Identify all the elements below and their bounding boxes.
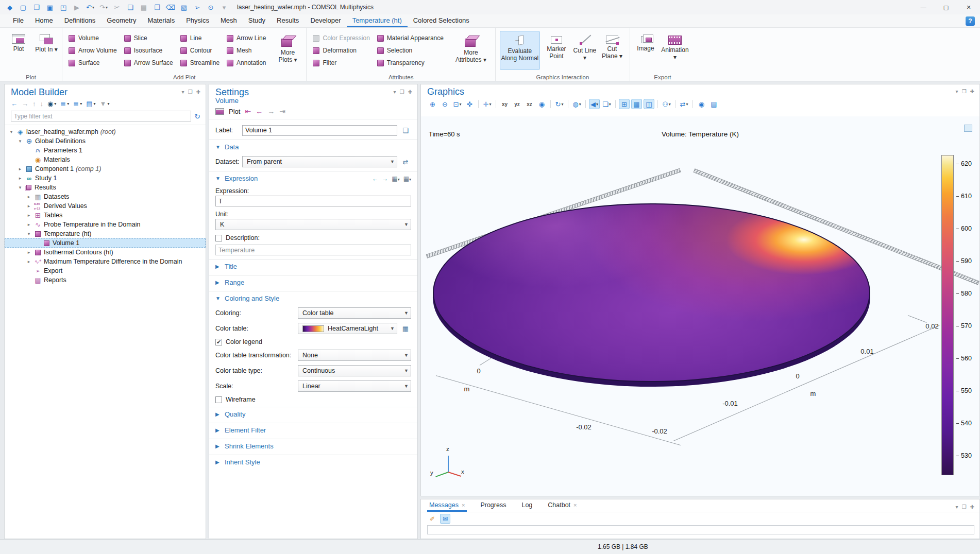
select-box-icon[interactable]: ▧ [178, 2, 190, 13]
zoom-in-icon[interactable]: ⊕ [427, 99, 438, 109]
attribute-item[interactable]: Filter [311, 57, 375, 69]
graphics-toolbar-icon[interactable] [585, 100, 586, 108]
rotate-icon[interactable]: ↻▾ [554, 99, 565, 109]
nav-back-icon[interactable]: ← [11, 100, 18, 108]
label-input[interactable] [242, 125, 397, 136]
duplicate-icon[interactable]: ❐ [151, 2, 163, 13]
add-plot-item[interactable]: Arrow Surface [122, 57, 178, 69]
expander-icon[interactable]: ▸ [17, 176, 23, 181]
cut-plane-button[interactable]: Cut Plane ▾ [599, 31, 626, 70]
view-xy-icon[interactable]: xy [499, 99, 510, 109]
expr-next-icon[interactable]: → [382, 175, 388, 182]
refresh-icon[interactable]: ↻ [194, 112, 200, 120]
find-icon[interactable]: ⊙ [205, 2, 216, 13]
snapshot-icon[interactable]: ◉ [696, 99, 707, 109]
panel-menu-icon[interactable]: ▾ [182, 89, 184, 95]
show-table-icon[interactable]: ◫ [644, 99, 654, 109]
expander-icon[interactable]: ▾ [8, 129, 14, 134]
show-icon[interactable]: ◉▾ [47, 100, 56, 108]
filter-icon[interactable]: ▼▾ [100, 100, 110, 108]
ribbon-tab[interactable]: Home [29, 14, 59, 27]
graphics-toolbar-icon[interactable] [692, 100, 693, 108]
tree-item[interactable]: Parameters 1 [5, 146, 206, 155]
evaluate-along-normal-button[interactable]: Evaluate Along Normal [500, 31, 540, 70]
graphics-toolbar-icon[interactable] [675, 100, 675, 108]
ribbon-tab[interactable]: Results [271, 14, 305, 27]
zoom-box-icon[interactable]: ⊡▾ [452, 99, 463, 109]
collapsed-section-header[interactable]: ▶ Range [209, 275, 417, 289]
panel-menu-icon[interactable]: ▾ [956, 89, 958, 94]
color-table-type-combo[interactable]: Continuous ▼ [298, 365, 411, 376]
panel-pin-icon[interactable]: ✚ [408, 89, 412, 95]
insert-expression-icon[interactable]: ▦▾ [403, 175, 411, 182]
minimize-icon[interactable]: — [912, 0, 935, 14]
ribbon-tab[interactable]: Temperature (ht) [347, 14, 408, 27]
auto-update-icon[interactable]: ⇄▾ [679, 99, 689, 109]
move-down-icon[interactable]: ↓ [40, 100, 44, 108]
add-plot-item[interactable]: Slice [122, 32, 178, 44]
collapsed-section-header[interactable]: ▶ Shrink Elements [209, 439, 417, 453]
transformation-combo[interactable]: None ▼ [298, 350, 411, 361]
ribbon-tab[interactable]: Mesh [215, 14, 243, 27]
marker-point-button[interactable]: Marker Point [542, 31, 571, 70]
panel-float-icon[interactable]: ❐ [962, 89, 967, 94]
plot-context-icon[interactable] [964, 125, 972, 132]
panel-float-icon[interactable]: ❐ [400, 89, 404, 95]
go-to-source-icon[interactable]: ⇄ [400, 156, 411, 167]
add-plot-item[interactable]: Mesh [225, 44, 271, 57]
save-icon[interactable]: ▣ [44, 2, 56, 13]
plot-next-icon[interactable]: → [267, 107, 275, 115]
ribbon-tab[interactable]: Geometry [101, 14, 142, 27]
add-plot-item[interactable]: Isosurface [122, 44, 178, 57]
graphics-toolbar-icon[interactable] [496, 100, 496, 108]
close-icon[interactable]: × [573, 502, 577, 508]
add-plot-item[interactable]: Annotation [225, 57, 271, 69]
rename-icon[interactable]: ❏ [400, 125, 411, 136]
expander-icon[interactable]: ▸ [26, 194, 32, 199]
coloring-section-header[interactable]: ▼ Coloring and Style [209, 291, 417, 305]
expander-icon[interactable]: ▸ [26, 203, 32, 209]
run-icon[interactable]: ▶ [71, 2, 82, 13]
arrow-select-icon[interactable]: ➢ [192, 2, 203, 13]
graphics-toolbar-icon[interactable] [615, 100, 616, 108]
add-plot-item[interactable]: Surface [66, 57, 122, 69]
close-icon[interactable]: × [462, 502, 465, 508]
sound-icon[interactable]: ◀▾ [589, 99, 600, 109]
expression-input[interactable] [215, 196, 411, 206]
description-input[interactable] [215, 245, 411, 255]
panel-menu-icon[interactable]: ▾ [394, 89, 396, 95]
expander-icon[interactable]: ▾ [17, 185, 23, 190]
graphics-toolbar-icon[interactable] [550, 100, 551, 108]
tree-item[interactable]: Export [5, 266, 206, 275]
tree-item[interactable]: ▸ Component 1 (comp 1) [5, 164, 206, 174]
app-icon[interactable]: ◆ [4, 2, 15, 13]
more-attributes-button[interactable]: More Attributes ▾ [451, 31, 491, 70]
attribute-item[interactable]: Color Expression [311, 32, 375, 44]
paste-icon[interactable]: ▤ [138, 2, 149, 13]
plot-in-button[interactable]: Plot In ▾ [35, 31, 58, 70]
replace-expression-icon[interactable]: ▦▾ [392, 175, 399, 182]
redo-icon[interactable]: ↷▾ [98, 2, 109, 13]
graphics-toolbar-icon[interactable] [568, 100, 568, 108]
zoom-extents-icon[interactable]: ✜ [464, 99, 475, 109]
panel-menu-icon[interactable]: ▾ [956, 504, 958, 510]
wireframe-checkbox[interactable] [215, 396, 222, 403]
panel-pin-icon[interactable]: ✚ [196, 89, 200, 95]
help-icon[interactable]: ? [966, 16, 975, 26]
panel-pin-icon[interactable]: ✚ [970, 89, 974, 94]
plot-button[interactable]: Plot [4, 31, 33, 70]
zoom-out-icon[interactable]: ⊖ [440, 99, 450, 109]
animation-export-button[interactable]: Animation ▾ [659, 31, 691, 70]
tree-item[interactable]: Materials [5, 155, 206, 164]
collapsed-section-header[interactable]: ▶ Quality [209, 407, 417, 421]
tree-item[interactable]: ▾ laser_heating_wafer.mph (root) [5, 127, 206, 136]
tree-item[interactable]: ▸ Probe Temperature in the Domain [5, 220, 206, 229]
add-plot-item[interactable]: Streamline [178, 57, 225, 69]
delete-icon[interactable]: ⌫ [165, 2, 176, 13]
ribbon-tab[interactable]: Developer [305, 14, 346, 27]
panel-float-icon[interactable]: ❐ [188, 89, 193, 95]
tree-item[interactable]: ▾ Global Definitions [5, 136, 206, 146]
expander-icon[interactable]: ▸ [26, 213, 32, 218]
expr-prev-icon[interactable]: ← [372, 175, 378, 182]
description-checkbox[interactable] [215, 235, 222, 241]
